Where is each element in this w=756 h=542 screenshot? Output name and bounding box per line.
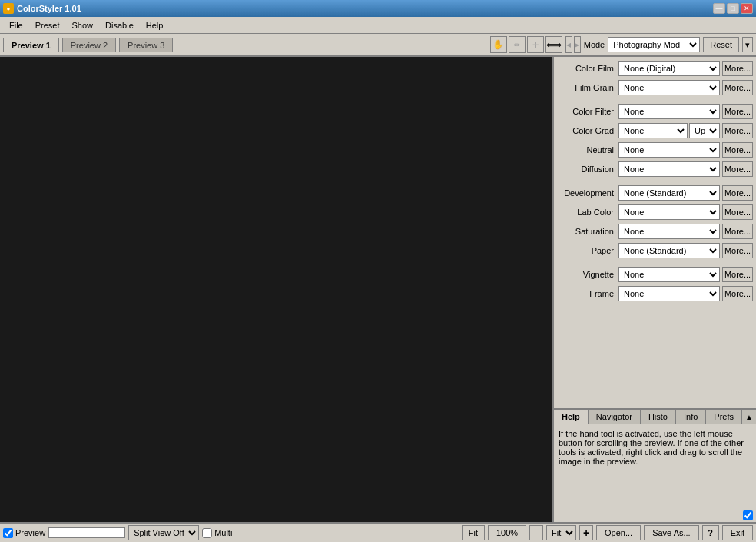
label-labcolor: Lab Color bbox=[557, 208, 618, 217]
help-checkbox-row bbox=[554, 509, 756, 522]
help-checkbox[interactable] bbox=[743, 510, 753, 520]
control-row-vignette: Vignette None More... bbox=[557, 266, 753, 283]
tab-info[interactable]: Info bbox=[676, 410, 706, 424]
progress-bar bbox=[48, 527, 125, 538]
label-development: Development bbox=[557, 188, 618, 198]
select-saturation[interactable]: None bbox=[618, 224, 720, 239]
control-row-colorfilter: Color Filter None More... bbox=[557, 103, 753, 120]
more-filmgrain[interactable]: More... bbox=[722, 80, 753, 95]
mode-select[interactable]: Photography Mod bbox=[608, 37, 700, 52]
multi-check: Multi bbox=[202, 528, 232, 538]
control-row-colorgrad: Color Grad None Up Down Left Right More.… bbox=[557, 122, 753, 139]
label-colorgrad: Color Grad bbox=[557, 126, 618, 135]
select-filmgrain[interactable]: None bbox=[618, 80, 720, 95]
tab-histo[interactable]: Histo bbox=[641, 410, 676, 424]
menu-preset[interactable]: Preset bbox=[29, 19, 66, 32]
reset-dropdown[interactable]: ▾ bbox=[742, 37, 753, 52]
zoom-plus-btn[interactable]: + bbox=[579, 525, 593, 540]
control-row-diffusion: Diffusion None More... bbox=[557, 161, 753, 178]
tab-help[interactable]: Help bbox=[554, 410, 589, 424]
help-content: If the hand tool is activated, use the l… bbox=[554, 424, 756, 509]
redo-btn[interactable]: ▸ bbox=[574, 36, 581, 53]
more-diffusion[interactable]: More... bbox=[722, 161, 753, 177]
status-bar: Preview Split View Off Split View H Spli… bbox=[0, 522, 756, 542]
select-vignette[interactable]: None bbox=[618, 267, 720, 282]
more-paper[interactable]: More... bbox=[722, 243, 753, 258]
fit-select[interactable]: Fit bbox=[546, 525, 576, 540]
maximize-button[interactable]: □ bbox=[727, 3, 739, 14]
preview-area[interactable] bbox=[0, 57, 552, 522]
tab-preview3[interactable]: Preview 3 bbox=[119, 38, 173, 52]
help-panel: Help Navigator Histo Info Prefs ▲ If the… bbox=[554, 408, 756, 522]
control-row-labcolor: Lab Color None More... bbox=[557, 204, 753, 221]
more-neutral[interactable]: More... bbox=[722, 142, 753, 158]
undo-btn[interactable]: ◂ bbox=[565, 36, 572, 53]
label-diffusion: Diffusion bbox=[557, 165, 618, 174]
move-tool[interactable]: ⟺ bbox=[545, 36, 562, 53]
label-neutral: Neutral bbox=[557, 145, 618, 155]
select-paper[interactable]: None (Standard) bbox=[618, 243, 720, 258]
right-panel: Color Film None (Digital) More... Film G… bbox=[552, 57, 756, 522]
more-frame[interactable]: More... bbox=[722, 286, 753, 301]
more-saturation[interactable]: More... bbox=[722, 224, 753, 239]
more-development[interactable]: More... bbox=[722, 185, 753, 201]
close-button[interactable]: ✕ bbox=[741, 3, 753, 14]
more-vignette[interactable]: More... bbox=[722, 267, 753, 282]
select-colorfilm[interactable]: None (Digital) bbox=[618, 61, 720, 76]
label-paper: Paper bbox=[557, 246, 618, 255]
select-colorfilter[interactable]: None bbox=[618, 104, 720, 119]
app-icon: ● bbox=[3, 3, 14, 14]
reset-button[interactable]: Reset bbox=[703, 37, 739, 52]
zoom-minus-btn[interactable]: - bbox=[529, 525, 543, 540]
preview-check: Preview bbox=[3, 528, 45, 538]
label-colorfilter: Color Filter bbox=[557, 107, 618, 116]
crosshair-tool[interactable]: ✛ bbox=[527, 36, 544, 53]
menu-show[interactable]: Show bbox=[66, 19, 100, 32]
select-neutral[interactable]: None bbox=[618, 142, 720, 158]
tab-preview1[interactable]: Preview 1 bbox=[3, 38, 59, 52]
help-button[interactable]: ? bbox=[702, 525, 719, 540]
split-view-select[interactable]: Split View Off Split View H Split View V bbox=[128, 525, 199, 540]
control-row-paper: Paper None (Standard) More... bbox=[557, 242, 753, 259]
more-colorgrad[interactable]: More... bbox=[722, 123, 753, 138]
hand-tool[interactable]: ✋ bbox=[490, 36, 507, 53]
main-area: Color Film None (Digital) More... Film G… bbox=[0, 57, 756, 522]
preview-label: Preview bbox=[15, 528, 45, 537]
select-labcolor[interactable]: None bbox=[618, 204, 720, 220]
select-development[interactable]: None (Standard) bbox=[618, 185, 720, 201]
open-button[interactable]: Open... bbox=[596, 525, 641, 540]
save-button[interactable]: Save As... bbox=[644, 525, 699, 540]
preview-checkbox[interactable] bbox=[3, 528, 13, 538]
menu-help[interactable]: Help bbox=[140, 19, 170, 32]
tab-preview2[interactable]: Preview 2 bbox=[62, 38, 116, 52]
controls-area: Color Film None (Digital) More... Film G… bbox=[554, 57, 756, 408]
label-frame: Frame bbox=[557, 289, 618, 298]
multi-checkbox[interactable] bbox=[202, 528, 212, 538]
select-diffusion[interactable]: None bbox=[618, 161, 720, 177]
pencil-tool[interactable]: ✏ bbox=[509, 36, 526, 53]
control-row-development: Development None (Standard) More... bbox=[557, 185, 753, 201]
fit-button[interactable]: Fit bbox=[462, 525, 485, 540]
minimize-button[interactable]: — bbox=[713, 3, 725, 14]
menu-disable[interactable]: Disable bbox=[99, 19, 140, 32]
multi-label: Multi bbox=[214, 528, 232, 537]
more-labcolor[interactable]: More... bbox=[722, 204, 753, 220]
label-saturation: Saturation bbox=[557, 227, 618, 236]
more-colorfilter[interactable]: More... bbox=[722, 104, 753, 119]
select-colorgrad-dir[interactable]: Up Down Left Right bbox=[689, 123, 720, 138]
menu-bar: File Preset Show Disable Help bbox=[0, 17, 756, 34]
more-colorfilm[interactable]: More... bbox=[722, 61, 753, 76]
help-panel-arrow[interactable]: ▲ bbox=[742, 410, 756, 424]
mode-label: Mode bbox=[584, 40, 605, 49]
menu-file[interactable]: File bbox=[3, 19, 29, 32]
title-bar: ● ColorStyler 1.01 — □ ✕ bbox=[0, 0, 756, 17]
tab-prefs[interactable]: Prefs bbox=[706, 410, 742, 424]
app-title: ColorStyler 1.01 bbox=[17, 4, 81, 13]
tab-navigator[interactable]: Navigator bbox=[589, 410, 641, 424]
select-frame[interactable]: None bbox=[618, 286, 720, 301]
zoom-input[interactable] bbox=[488, 525, 526, 540]
exit-button[interactable]: Exit bbox=[722, 525, 753, 540]
control-row-saturation: Saturation None More... bbox=[557, 223, 753, 240]
select-colorgrad[interactable]: None bbox=[618, 123, 688, 138]
label-vignette: Vignette bbox=[557, 270, 618, 279]
